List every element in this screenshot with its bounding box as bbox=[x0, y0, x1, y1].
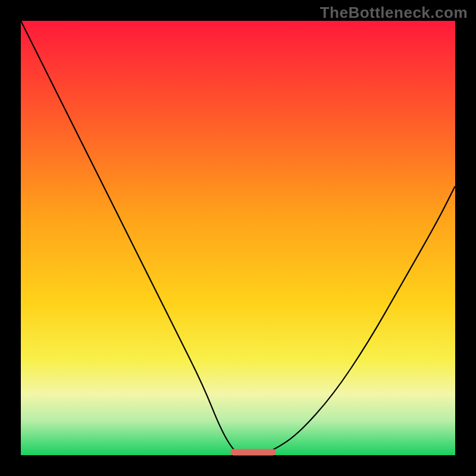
plot-gradient-area bbox=[21, 21, 455, 455]
bottleneck-chart bbox=[0, 0, 476, 476]
